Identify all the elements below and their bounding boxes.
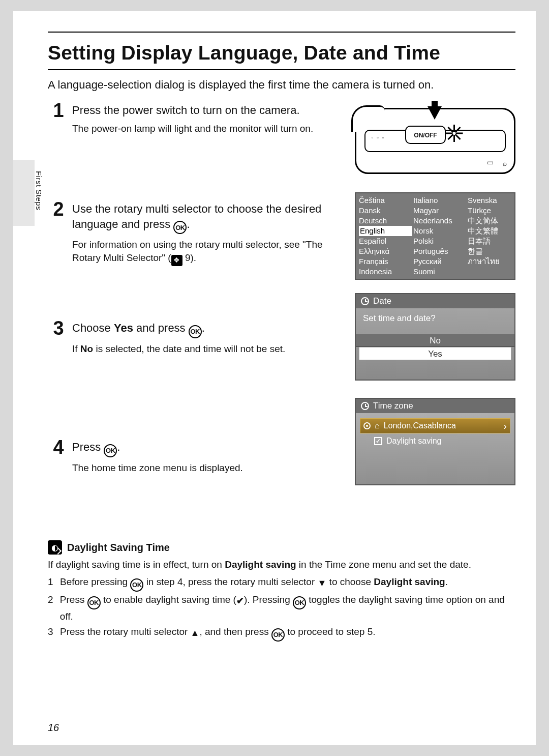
- lang-item: Indonesia: [359, 267, 412, 277]
- checkbox-icon: ✓: [374, 437, 382, 445]
- manual-page: First Steps Setting Display Language, Da…: [13, 11, 536, 745]
- step-heading: Press the power switch to turn on the ca…: [72, 103, 337, 118]
- flash-burst-icon: [446, 125, 463, 142]
- ok-icon: OK: [87, 596, 101, 609]
- daylight-saving-row: ✓ Daylight saving: [360, 433, 510, 449]
- lang-item-selected: English: [359, 226, 412, 236]
- date-dialog-screen: Date Set time and date? No Yes: [355, 293, 515, 381]
- clock-icon: [361, 402, 369, 410]
- lang-item: Svenska: [468, 195, 518, 206]
- lang-item: Čeština: [359, 195, 412, 206]
- top-rule: [48, 32, 515, 33]
- triangle-down-icon: ▼: [318, 576, 327, 590]
- lang-item: [468, 267, 518, 277]
- lang-item: Nederlands: [413, 216, 467, 226]
- chevron-right-icon: ›: [503, 420, 507, 432]
- section-tab-bg: [13, 160, 35, 226]
- camera-illustration: ▫ ▫ ▫ ON/OFF ▭ ⌕: [355, 108, 515, 174]
- option-no: No: [356, 334, 514, 347]
- dialog-question: Set time and date?: [356, 308, 514, 334]
- timezone-location-row: ⌂ London,Casablanca ›: [360, 418, 510, 433]
- step-description: If No is selected, the date and time wil…: [72, 342, 337, 356]
- arrow-down-icon: [428, 106, 442, 120]
- ok-icon: OK: [271, 628, 285, 642]
- power-switch-label: ON/OFF: [405, 126, 446, 144]
- lang-item: Türkçe: [468, 206, 518, 216]
- step-heading: Press OK.: [72, 440, 337, 457]
- triangle-up-icon: ▲: [191, 626, 200, 639]
- step-heading: Choose Yes and press OK.: [72, 321, 337, 338]
- step-description: For information on using the rotary mult…: [72, 238, 337, 266]
- camera-corner: [351, 105, 385, 132]
- ok-icon: OK: [173, 221, 187, 234]
- lang-item: Português: [413, 246, 467, 256]
- page-title: Setting Display Language, Date and Time: [48, 42, 515, 70]
- dialog-title: Date: [373, 296, 391, 306]
- note-icon: ◐: [48, 540, 62, 555]
- lang-item: Deutsch: [359, 216, 412, 226]
- language-grid: Čeština Italiano Svenska Dansk Magyar Tü…: [356, 195, 514, 277]
- step-description: The power-on lamp will light and the mon…: [72, 122, 337, 135]
- lang-item: Norsk: [413, 226, 467, 236]
- option-yes: Yes: [359, 347, 511, 360]
- step-number: 4: [48, 437, 69, 458]
- lang-item: 한글: [468, 246, 518, 256]
- note-title: Daylight Saving Time: [67, 542, 170, 554]
- note-item-1: 1 Before pressing OK in step 4, press th…: [48, 575, 515, 592]
- target-icon: [363, 422, 371, 429]
- note-body: If daylight saving time is in effect, tu…: [48, 558, 515, 642]
- ok-icon: OK: [293, 596, 306, 609]
- indicator-dots: ▫ ▫ ▫: [372, 135, 385, 140]
- timezone-dialog-screen: Time zone ⌂ London,Casablanca › ✓ Daylig…: [355, 398, 515, 485]
- daylight-saving-label: Daylight saving: [386, 437, 442, 446]
- zoom-icon: ⌕: [503, 159, 507, 167]
- timezone-location: London,Casablanca: [384, 421, 456, 430]
- note-header: ◐ Daylight Saving Time: [48, 540, 515, 555]
- section-tab-label: First Steps: [35, 171, 43, 210]
- lang-item: Polski: [413, 236, 467, 246]
- ok-icon: OK: [130, 578, 143, 592]
- step-number: 3: [48, 317, 69, 339]
- lang-item: Español: [359, 236, 412, 246]
- home-icon: ⌂: [375, 421, 380, 430]
- page-number: 16: [48, 722, 59, 734]
- lang-item: Italiano: [413, 195, 467, 206]
- ok-icon: OK: [104, 444, 117, 457]
- speaker-icon: ▭: [487, 158, 494, 166]
- step-number: 1: [48, 100, 69, 122]
- dialog-title: Time zone: [373, 401, 413, 411]
- note-item-2: 2 Press OK to enable daylight saving tim…: [48, 593, 515, 624]
- lang-item: Русский: [413, 256, 467, 267]
- lang-item: 日本語: [468, 236, 518, 246]
- lang-item: 中文简体: [468, 216, 518, 226]
- dialog-title-bar: Time zone: [356, 399, 514, 413]
- lang-item: 中文繁體: [468, 226, 518, 236]
- lang-item: Dansk: [359, 206, 412, 216]
- lang-item: ภาษาไทย: [468, 256, 518, 267]
- note-item-3: 3 Press the rotary multi selector ▲, and…: [48, 625, 515, 642]
- note-list: 1 Before pressing OK in step 4, press th…: [48, 575, 515, 642]
- ok-icon: OK: [189, 325, 202, 338]
- note-lead: If daylight saving time is in effect, tu…: [48, 558, 515, 572]
- lang-item: Suomi: [413, 267, 467, 277]
- xref-icon: ❖: [171, 255, 182, 266]
- intro-text: A language-selection dialog is displayed…: [48, 78, 434, 92]
- step-description: The home time zone menu is displayed.: [72, 461, 337, 475]
- language-selection-screen: Čeština Italiano Svenska Dansk Magyar Tü…: [355, 192, 515, 280]
- note-section: ◐ Daylight Saving Time If daylight savin…: [48, 540, 515, 642]
- lang-item: Français: [359, 256, 412, 267]
- lang-item: Ελληνικά: [359, 246, 412, 256]
- step-heading: Use the rotary multi selector to choose …: [72, 201, 337, 234]
- clock-icon: [361, 297, 369, 305]
- check-icon: ✔: [236, 594, 244, 607]
- dialog-title-bar: Date: [356, 294, 514, 308]
- lang-item: Magyar: [413, 206, 467, 216]
- step-number: 2: [48, 198, 69, 220]
